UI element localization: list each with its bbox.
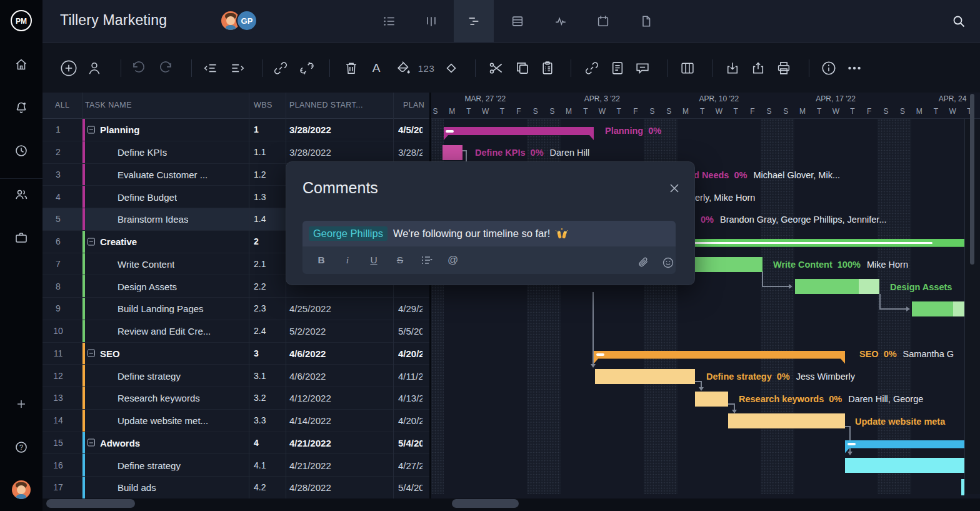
table-row[interactable]: 13Research keywords3.24/12/20224/13/2022: [42, 387, 429, 410]
table-row[interactable]: 9Build Landing Pages2.34/25/20224/29/202…: [42, 298, 429, 320]
undo-icon[interactable]: [131, 60, 147, 76]
cut-icon[interactable]: [488, 60, 504, 76]
wbs-value: 3.3: [254, 415, 266, 425]
more-icon[interactable]: [846, 60, 862, 76]
pm-logo[interactable]: PM: [9, 8, 34, 33]
planned-start-value: 4/14/2022: [289, 415, 331, 426]
gantt-bar-write-content[interactable]: [685, 257, 762, 272]
table-row[interactable]: 10Review and Edit Cre...2.45/2/20225/5/2…: [42, 320, 429, 343]
col-wbs[interactable]: WBS: [254, 101, 272, 109]
member-avatar-gp[interactable]: GP: [236, 10, 258, 31]
mention-icon[interactable]: @: [448, 254, 458, 266]
text-format-icon[interactable]: A: [372, 61, 381, 75]
gantt-bar-update-website[interactable]: [728, 413, 845, 428]
view-tab-gantt[interactable]: [454, 0, 494, 43]
collapse-icon[interactable]: [88, 350, 95, 357]
info-icon[interactable]: [821, 60, 837, 76]
number-format-icon[interactable]: 123: [418, 63, 435, 73]
assign-user-icon[interactable]: [86, 60, 102, 76]
gantt-bar-build-ads[interactable]: [961, 479, 964, 495]
comment-text[interactable]: George Phillips We're following our time…: [302, 221, 676, 246]
gantt-bar-define-strategy-adwords[interactable]: [845, 458, 964, 473]
portfolio-icon[interactable]: [14, 230, 29, 245]
comment-input[interactable]: George Phillips We're following our time…: [302, 221, 676, 274]
table-row[interactable]: 17Build ads4.24/28/20225/4/2022: [42, 477, 429, 498]
close-icon[interactable]: [669, 183, 679, 193]
mention-chip[interactable]: George Phillips: [309, 226, 388, 241]
col-task-name[interactable]: TASK NAME: [85, 101, 132, 109]
bold-icon[interactable]: B: [316, 255, 326, 266]
wbs-value: 1.2: [254, 169, 266, 180]
collapse-icon[interactable]: [88, 238, 95, 245]
help-icon[interactable]: ?: [14, 440, 29, 455]
copy-icon[interactable]: [514, 60, 531, 76]
view-tab-activity[interactable]: [541, 0, 581, 43]
notes-icon[interactable]: [610, 60, 626, 76]
recent-icon[interactable]: [14, 143, 29, 158]
collapse-icon[interactable]: [88, 126, 95, 133]
import-icon[interactable]: [725, 60, 741, 76]
gantt-bar-design-assets[interactable]: [795, 279, 879, 294]
task-name: Define KPIs: [118, 147, 167, 158]
table-hscrollbar[interactable]: [46, 499, 135, 508]
gantt-bar-build-landing[interactable]: [912, 301, 964, 316]
comment-icon[interactable]: [635, 60, 651, 76]
home-icon[interactable]: [14, 57, 29, 72]
table-row[interactable]: 11SEO34/6/20224/20/2022: [42, 343, 429, 365]
gantt-bar-define-strategy-seo[interactable]: [595, 369, 695, 384]
day-letter: T: [961, 107, 978, 116]
redo-icon[interactable]: [158, 60, 174, 76]
user-avatar[interactable]: [12, 480, 31, 499]
underline-icon[interactable]: U: [369, 255, 379, 266]
gantt-bar-creative[interactable]: [685, 239, 964, 252]
wbs-value: 4.1: [254, 460, 266, 470]
gantt-bar-seo[interactable]: [594, 351, 845, 364]
progress-handle[interactable]: [848, 443, 856, 445]
delete-icon[interactable]: [344, 60, 359, 76]
columns-icon[interactable]: [680, 60, 696, 76]
team-icon[interactable]: [14, 187, 29, 202]
print-icon[interactable]: [776, 60, 792, 76]
view-tab-list[interactable]: [369, 0, 409, 43]
table-row[interactable]: 16Define strategy4.14/21/20224/27/2022: [42, 454, 429, 477]
list-icon[interactable]: [421, 255, 431, 265]
table-row[interactable]: 2Define KPIs1.13/28/20223/28/2022: [42, 141, 429, 164]
unlink-tasks-icon[interactable]: [299, 60, 315, 76]
emoji-icon[interactable]: [662, 256, 674, 269]
italic-icon[interactable]: i: [342, 255, 352, 266]
add-icon[interactable]: [14, 397, 28, 411]
collapse-icon[interactable]: [88, 439, 95, 447]
outdent-icon[interactable]: [202, 60, 219, 76]
view-tab-sheet[interactable]: [498, 0, 538, 43]
export-icon[interactable]: [751, 60, 766, 76]
add-task-icon[interactable]: [60, 59, 78, 77]
view-tab-calendar[interactable]: [583, 0, 623, 43]
table-row[interactable]: 15Adwords44/21/20225/4/2022: [42, 432, 429, 455]
fill-color-icon[interactable]: [395, 60, 411, 76]
view-tab-board[interactable]: [411, 0, 451, 43]
notifications-icon[interactable]: [14, 100, 29, 115]
milestone-icon[interactable]: [443, 60, 459, 76]
attachment-icon[interactable]: [584, 60, 600, 76]
link-tasks-icon[interactable]: [272, 60, 289, 76]
gantt-vscrollbar[interactable]: [970, 94, 974, 265]
strikethrough-icon[interactable]: S: [395, 255, 405, 266]
progress-handle[interactable]: [596, 353, 604, 356]
table-row[interactable]: 1Planning13/28/20224/5/2022: [42, 119, 429, 141]
table-row[interactable]: 12Define strategy3.14/6/20224/11/2022: [42, 365, 429, 387]
attach-icon[interactable]: [637, 256, 649, 269]
progress-handle[interactable]: [446, 130, 454, 133]
view-tab-docs[interactable]: [626, 0, 666, 43]
paste-icon[interactable]: [540, 60, 556, 76]
table-row[interactable]: 14Update website met...3.34/14/20224/20/…: [42, 410, 429, 432]
search-icon[interactable]: [951, 14, 966, 29]
col-planned-end[interactable]: PLAN: [403, 101, 424, 109]
pane-splitter[interactable]: [429, 93, 431, 498]
gantt-hscrollbar[interactable]: [452, 499, 519, 508]
gantt-bar-research-keywords[interactable]: [695, 392, 728, 407]
indent-icon[interactable]: [229, 60, 246, 76]
gantt-bar-planning[interactable]: [444, 127, 594, 140]
col-all[interactable]: ALL: [55, 101, 69, 109]
gantt-bar-define-kpis[interactable]: [442, 145, 462, 160]
col-planned-start[interactable]: PLANNED START...: [289, 101, 363, 109]
